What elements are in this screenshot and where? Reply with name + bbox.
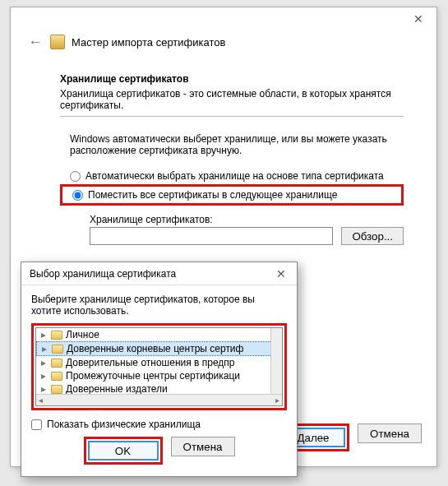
store-tree[interactable]: ▸ Личное ▸ Доверенные корневые центры се… [35,327,283,406]
tree-item[interactable]: ▸ Личное [36,328,282,341]
dialog-desc: Выберите хранилище сертификатов, которое… [31,294,287,317]
wizard-buttons: Далее Отмена [277,424,422,451]
ok-button[interactable]: OK [88,441,159,461]
expander-icon[interactable]: ▸ [39,329,48,340]
store-row: Обзор... [90,227,404,245]
ok-highlight: OK [84,437,163,465]
close-icon[interactable]: ✕ [402,10,435,28]
info-text: Windows автоматически выберет хранилище,… [60,133,404,156]
dialog-buttons: OK Отмена [31,437,287,465]
radio-auto-label: Автоматически выбрать хранилище на основ… [85,170,384,182]
show-physical[interactable]: Показать физические хранилища [31,419,287,430]
section-desc: Хранилища сертификатов - это системные о… [60,88,404,111]
scrollbar-vertical[interactable] [270,328,282,394]
tree-item-label: Доверительные отношения в предпр [66,357,235,368]
dialog-cancel-button[interactable]: Отмена [171,437,235,456]
store-input[interactable] [90,227,333,245]
store-label: Хранилище сертификатов: [90,214,404,225]
back-arrow-icon[interactable]: ← [27,34,44,50]
nav-row: ← Мастер импорта сертификатов [11,30,436,57]
show-physical-label: Показать физические хранилища [47,419,201,430]
tree-highlight: ▸ Личное ▸ Доверенные корневые центры се… [31,323,287,410]
certificate-icon [50,35,65,49]
radio-auto[interactable]: Автоматически выбрать хранилище на основ… [60,168,404,184]
titlebar: ✕ [11,7,436,30]
tree-item-label: Промежуточные центры сертификаци [66,370,240,382]
dialog-title: Выбор хранилища сертификата [30,268,176,280]
tree-item-label: Доверенные корневые центры сертиф [67,343,243,354]
tree-item-selected[interactable]: ▸ Доверенные корневые центры сертиф [36,341,282,356]
tree-item-label: Личное [66,329,99,340]
radio-auto-input[interactable] [70,171,81,182]
folder-icon [52,345,63,354]
folder-icon [51,331,62,340]
browse-button[interactable]: Обзор... [341,227,404,245]
store-picker-dialog: Выбор хранилища сертификата ✕ Выберите х… [21,262,298,477]
tree-item-label: Доверенные издатели [66,383,168,395]
cancel-button[interactable]: Отмена [358,424,422,443]
close-icon[interactable]: ✕ [270,265,292,283]
divider [60,116,404,117]
expander-icon[interactable]: ▸ [40,343,48,354]
expander-icon[interactable]: ▸ [39,383,48,395]
tree-item[interactable]: ▸ Промежуточные центры сертификаци [36,369,282,382]
radio-place-highlight: Поместить все сертификаты в следующее хр… [60,184,404,206]
tree-item[interactable]: ▸ Доверительные отношения в предпр [36,356,282,369]
content: Хранилище сертификатов Хранилища сертифи… [11,57,436,245]
folder-icon [51,385,62,394]
folder-icon [51,359,62,368]
section-title: Хранилище сертификатов [60,73,404,85]
wizard-title: Мастер импорта сертификатов [72,36,225,49]
dialog-body: Выберите хранилище сертификатов, которое… [21,285,297,473]
dialog-titlebar: Выбор хранилища сертификата ✕ [21,262,297,285]
radio-place-label: Поместить все сертификаты в следующее хр… [88,189,337,201]
folder-icon [51,372,62,381]
show-physical-checkbox[interactable] [31,419,42,430]
scrollbar-horizontal[interactable]: ◂▸ [36,394,282,405]
expander-icon[interactable]: ▸ [39,370,48,382]
radio-place-input[interactable] [72,190,83,201]
radio-place[interactable]: Поместить все сертификаты в следующее хр… [62,187,401,203]
expander-icon[interactable]: ▸ [39,357,48,368]
